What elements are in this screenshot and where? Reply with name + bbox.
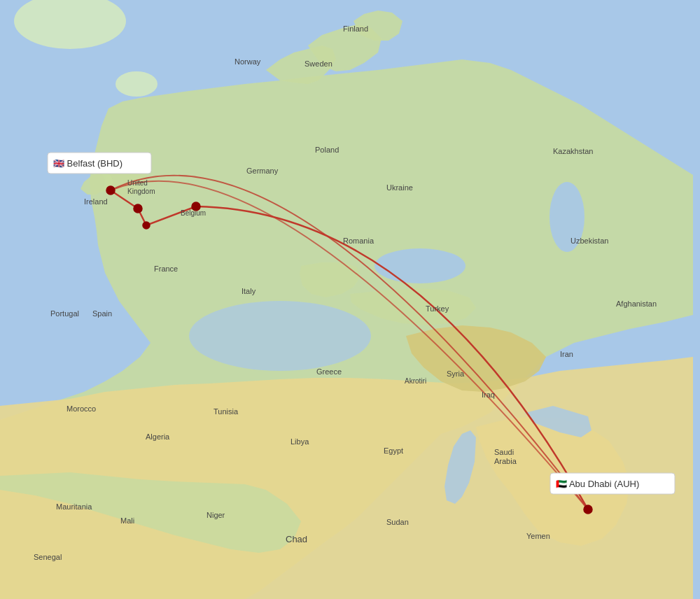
svg-text:Uzbekistan: Uzbekistan: [570, 237, 608, 245]
svg-point-2: [115, 71, 158, 97]
svg-text:Afghanistan: Afghanistan: [616, 300, 657, 308]
svg-text:France: France: [154, 265, 178, 273]
svg-point-6: [106, 186, 115, 195]
svg-text:Yemen: Yemen: [526, 532, 550, 540]
svg-text:Sudan: Sudan: [386, 518, 409, 526]
svg-text:Portugal: Portugal: [50, 309, 79, 318]
svg-text:Mauritania: Mauritania: [56, 502, 92, 511]
svg-text:Akrotiri: Akrotiri: [405, 377, 426, 385]
svg-text:Turkey: Turkey: [426, 304, 449, 313]
svg-text:Libya: Libya: [290, 437, 309, 446]
svg-text:Syria: Syria: [447, 369, 465, 378]
svg-text:Germany: Germany: [246, 167, 279, 175]
svg-text:Algeria: Algeria: [146, 432, 170, 441]
map-container: Ireland United Kingdom Finland Sweden No…: [0, 0, 700, 599]
svg-text:Kingdom: Kingdom: [127, 188, 155, 195]
svg-text:Romania: Romania: [343, 237, 374, 245]
svg-text:Niger: Niger: [206, 511, 225, 519]
svg-text:Kazakhstan: Kazakhstan: [553, 147, 593, 155]
svg-text:Spain: Spain: [92, 309, 112, 318]
svg-text:Morocco: Morocco: [66, 404, 96, 413]
svg-text:Finland: Finland: [343, 24, 368, 33]
svg-text:Iran: Iran: [560, 350, 573, 358]
svg-text:Italy: Italy: [241, 287, 256, 295]
svg-text:Senegal: Senegal: [34, 553, 62, 561]
svg-text:Iraq: Iraq: [482, 390, 495, 399]
svg-text:Arabia: Arabia: [494, 457, 517, 465]
svg-text:Mali: Mali: [120, 516, 134, 525]
svg-text:Greece: Greece: [316, 367, 342, 376]
svg-text:Belgium: Belgium: [181, 209, 206, 217]
svg-text:Sweden: Sweden: [304, 59, 332, 68]
svg-text:Poland: Poland: [315, 146, 339, 154]
svg-point-10: [584, 505, 592, 514]
svg-text:🇦🇪 Abu Dhabi (AUH): 🇦🇪 Abu Dhabi (AUH): [556, 478, 639, 490]
svg-text:Chad: Chad: [286, 534, 307, 544]
svg-point-8: [143, 222, 150, 229]
svg-text:Egypt: Egypt: [384, 446, 403, 455]
svg-point-4: [374, 248, 465, 283]
svg-point-7: [134, 204, 142, 213]
svg-text:Norway: Norway: [234, 57, 261, 66]
svg-text:Ireland: Ireland: [84, 197, 108, 206]
svg-text:🇬🇧 Belfast (BHD): 🇬🇧 Belfast (BHD): [53, 157, 122, 169]
svg-point-5: [189, 301, 371, 371]
svg-text:Ukraine: Ukraine: [386, 183, 413, 192]
svg-text:Saudi: Saudi: [494, 448, 514, 456]
map-svg: Ireland United Kingdom Finland Sweden No…: [0, 0, 700, 599]
svg-text:United: United: [127, 179, 148, 187]
svg-text:Tunisia: Tunisia: [214, 407, 239, 416]
